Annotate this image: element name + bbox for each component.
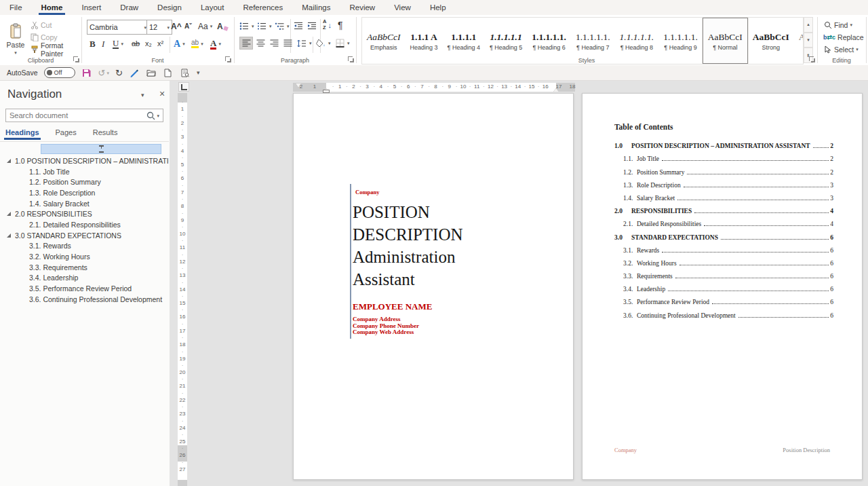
toc-row[interactable]: 3.6.Continuing Professional Development6	[614, 309, 833, 322]
grow-font-button[interactable]: A^	[171, 20, 182, 32]
navigation-pane-close-icon[interactable]: ×	[159, 88, 165, 99]
bold-button[interactable]: B	[90, 38, 96, 50]
nav-heading-item[interactable]: 1.2. Position Summary	[0, 176, 169, 187]
style-item-heading-5[interactable]: 1.1.1.1.1¶ Heading 5	[485, 18, 527, 64]
highlight-button[interactable]: ab▾	[191, 38, 203, 50]
collapse-triangle-icon[interactable]	[7, 159, 11, 163]
nav-heading-item[interactable]: 3.3. Requirements	[0, 262, 169, 273]
styles-gallery-more-button[interactable]: ⇟	[804, 48, 813, 63]
nav-heading-item[interactable]: 3.0 STANDARD EXPECTATIONS	[0, 230, 169, 241]
search-options-caret-icon[interactable]: ▾	[157, 113, 159, 118]
underline-button[interactable]: U▾	[113, 38, 123, 50]
open-folder-icon[interactable]	[146, 67, 157, 78]
search-input[interactable]	[6, 111, 144, 119]
style-item-strong[interactable]: AaBbCcIStrong	[748, 18, 794, 64]
ribbon-tab-home[interactable]: Home	[32, 0, 73, 15]
change-case-button[interactable]: Aa▾	[198, 20, 212, 32]
style-item-heading-3[interactable]: 1.1.1 AHeading 3	[406, 18, 443, 64]
nav-heading-item[interactable]: 2.1. Detailed Responsibilities	[0, 219, 169, 230]
nav-selected-heading[interactable]	[41, 144, 161, 154]
italic-button[interactable]: I	[102, 38, 104, 50]
toc-row[interactable]: 3.5.Performance Review Period6	[614, 296, 833, 309]
style-item-heading-7[interactable]: 1.1.1.1.1.¶ Heading 7	[571, 18, 615, 64]
replace-button[interactable]: b⇄c Replace	[823, 31, 864, 43]
toc-row[interactable]: 3.4.Leadership6	[614, 283, 833, 296]
clipboard-dialog-launcher[interactable]	[73, 56, 79, 62]
ribbon-tab-insert[interactable]: Insert	[72, 0, 111, 15]
numbering-button[interactable]: ▾	[256, 20, 272, 32]
nav-tab-headings[interactable]: Headings	[5, 128, 39, 140]
nav-heading-item[interactable]: 1.4. Salary Bracket	[0, 198, 169, 209]
select-button[interactable]: Select▾	[823, 43, 859, 55]
nav-heading-item[interactable]: 1.1. Job Title	[0, 166, 169, 177]
ribbon-tab-file[interactable]: File	[0, 0, 32, 15]
nav-tab-results[interactable]: Results	[93, 128, 118, 140]
cut-button[interactable]: Cut	[30, 19, 52, 31]
tab-selector-box[interactable]	[178, 82, 189, 92]
style-item-heading-9[interactable]: 1.1.1.1.1.¶ Heading 9	[658, 18, 703, 64]
align-left-button[interactable]	[240, 37, 252, 49]
nav-heading-item[interactable]: 3.4. Leadership	[0, 273, 169, 284]
undo-button[interactable]: ↺▾	[98, 69, 109, 77]
clear-formatting-button[interactable]: A	[217, 20, 228, 32]
navigation-pane-menu-caret-icon[interactable]: ▾	[141, 92, 144, 98]
collapse-triangle-icon[interactable]	[7, 233, 11, 238]
search-icon[interactable]	[144, 110, 157, 121]
document-page-1[interactable]: Company POSITION DESCRIPTION Administrat…	[293, 93, 574, 480]
font-name-select[interactable]: Cambria ▾	[87, 20, 149, 35]
nav-heading-item[interactable]: 3.5. Performance Review Period	[0, 283, 169, 294]
styles-scroll-down-button[interactable]: ▾	[804, 33, 813, 48]
multilevel-list-button[interactable]: ▾	[274, 20, 290, 32]
toc-row[interactable]: 3.3.Requirements6	[614, 270, 833, 283]
ribbon-tab-design[interactable]: Design	[148, 0, 191, 15]
justify-button[interactable]	[282, 37, 293, 49]
horizontal-ruler[interactable]: 211·2·3·4·5·6·7·8·9·10·11·12·13·14·15·16…	[293, 83, 575, 92]
qat-customize-caret-icon[interactable]: ▾	[197, 70, 200, 76]
text-effects-button[interactable]: A▾	[174, 38, 185, 50]
subscript-button[interactable]: x₂	[145, 38, 152, 50]
left-indent-marker[interactable]	[323, 90, 329, 92]
collapse-triangle-icon[interactable]	[7, 212, 11, 216]
nav-heading-item[interactable]: 1.3. Role Description	[0, 187, 169, 198]
format-painter-button[interactable]: Format Painter	[30, 43, 81, 55]
increase-indent-button[interactable]	[307, 20, 317, 32]
nav-heading-item[interactable]: 3.6. Continuing Professional Development	[0, 294, 169, 305]
ribbon-tab-help[interactable]: Help	[420, 0, 456, 15]
superscript-button[interactable]: x²	[157, 38, 163, 50]
autosave-toggle[interactable]: Off	[44, 67, 75, 78]
font-dialog-launcher[interactable]	[225, 56, 231, 62]
toc-row[interactable]: 1.3.Role Description3	[614, 179, 833, 192]
toc-row[interactable]: 1.1.Job Title2	[614, 153, 833, 166]
paragraph-dialog-launcher[interactable]	[348, 56, 354, 62]
style-item-heading-6[interactable]: 1.1.1.1.1.¶ Heading 6	[527, 18, 571, 64]
ribbon-tab-draw[interactable]: Draw	[111, 0, 148, 15]
shrink-font-button[interactable]: Aˇ	[184, 20, 192, 32]
find-button[interactable]: Find▾	[823, 19, 852, 31]
paste-button[interactable]: Paste ▾	[4, 18, 27, 60]
align-right-button[interactable]	[269, 37, 279, 49]
toc-row[interactable]: 1.2.Position Summary2	[614, 166, 833, 179]
font-color-button[interactable]: A▾	[210, 38, 221, 50]
styles-scroll-up-button[interactable]: ▴	[804, 17, 813, 33]
align-center-button[interactable]	[255, 37, 266, 49]
redo-icon[interactable]: ↻	[115, 69, 123, 77]
new-document-icon[interactable]	[163, 67, 174, 78]
line-spacing-button[interactable]: ▾	[296, 37, 312, 49]
nav-heading-item[interactable]: 3.1. Rewards	[0, 241, 169, 252]
nav-heading-item[interactable]: 2.0 RESPONSIBILITIES	[0, 208, 169, 219]
toc-row[interactable]: 3.0STANDARD EXPECTATIONS6	[614, 231, 833, 244]
font-size-select[interactable]: 12 ▾	[146, 20, 172, 35]
style-item-subtitle[interactable]: AaBbCcDSubtitle	[794, 18, 804, 64]
document-page-2[interactable]: Table of Contents 1.0POSITION DESCRIPTIO…	[582, 93, 863, 480]
toc-row[interactable]: 1.0POSITION DESCRIPTION – ADMINISTRATION…	[614, 140, 833, 153]
nav-heading-item[interactable]: 1.0 POSITION DESCRIPTION – ADMINISTRATIO…	[0, 155, 169, 166]
style-item-heading-8[interactable]: 1.1.1.1.1.¶ Heading 8	[615, 18, 659, 64]
editor-pen-icon[interactable]	[129, 67, 140, 78]
shading-button[interactable]: ▾	[315, 37, 331, 49]
bullets-button[interactable]: ▾	[239, 20, 254, 32]
toc-row[interactable]: 2.1.Detailed Responsibilities4	[614, 218, 833, 231]
ribbon-tab-view[interactable]: View	[384, 0, 420, 15]
decrease-indent-button[interactable]	[293, 20, 304, 32]
ribbon-tab-references[interactable]: References	[233, 0, 292, 15]
borders-button[interactable]: ▾	[334, 37, 350, 49]
